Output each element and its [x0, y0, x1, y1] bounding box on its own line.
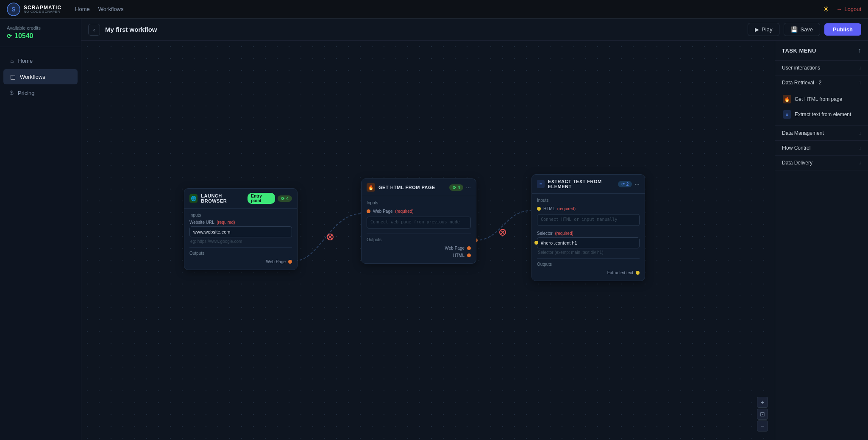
sidebar-item-home-label: Home [18, 58, 33, 64]
nav-home[interactable]: Home [75, 6, 90, 12]
get-html-task-label: Get HTML from page [795, 96, 842, 102]
play-icon: ▶ [755, 26, 759, 33]
logo-icon: S [7, 3, 20, 16]
html-input-row: HTML (required) [537, 205, 640, 212]
right-panel: TASK MENU ↑ User interactions ↓ Data Ret… [775, 41, 868, 440]
svg-line-5 [328, 235, 332, 239]
svg-point-7 [500, 229, 506, 235]
pricing-icon: $ [10, 89, 14, 96]
zoom-in-button[interactable]: + [757, 397, 768, 408]
logout-button[interactable]: → Logout [836, 6, 861, 12]
data-retrieval-items: 🔥 Get HTML from page ≡ Extract text from… [775, 90, 868, 125]
panel-section-data-retrieval: Data Retrieval - 2 ↑ 🔥 Get HTML from pag… [775, 75, 868, 126]
nav-workflows[interactable]: Workflows [98, 6, 124, 12]
back-button[interactable]: ‹ [88, 24, 100, 36]
workflow-canvas[interactable]: 🌐 LAUNCH BROWSER Entry point ⟳ 4 Inp [81, 41, 775, 440]
logo-title: SCRAPMATIC [24, 5, 61, 10]
panel-title: TASK MENU [782, 47, 816, 54]
user-interactions-header[interactable]: User interactions ↓ [775, 61, 868, 75]
count-icon: ⟳ [281, 196, 284, 201]
selector-input-wrapper [537, 237, 640, 250]
flow-control-header[interactable]: Flow Control ↓ [775, 141, 868, 155]
node-extract-text[interactable]: ≡ EXTRACT TEXT FROM ELEMENT ⟳ 2 ··· I [531, 174, 645, 281]
header-actions: ▶ Play 💾 Save Publish [748, 23, 861, 36]
data-delivery-header[interactable]: Data Delivery ↓ [775, 156, 868, 170]
node-launch-browser-header: 🌐 LAUNCH BROWSER Entry point ⟳ 4 [184, 189, 297, 209]
outputs-label: Outputs [367, 237, 471, 242]
count-value: 4 [286, 196, 289, 201]
selector-input[interactable] [537, 237, 640, 248]
task-get-html[interactable]: 🔥 Get HTML from page [779, 92, 865, 107]
get-html-task-icon: 🔥 [783, 95, 791, 103]
workflow-title: My first workflow [105, 26, 743, 33]
publish-button[interactable]: Publish [824, 23, 861, 36]
zoom-fit-button[interactable]: ⊡ [757, 409, 768, 420]
panel-section-user-interactions: User interactions ↓ [775, 61, 868, 75]
node-extract-text-header: ≡ EXTRACT TEXT FROM ELEMENT ⟳ 2 ··· [532, 175, 645, 194]
output-html: HTML [367, 252, 471, 259]
url-field-label: Website URL (required) [189, 220, 292, 225]
get-html-icon: 🔥 [367, 183, 375, 192]
web-page-input-row: Web Page (required) [367, 208, 471, 215]
node-divider [367, 234, 471, 234]
node-launch-browser[interactable]: 🌐 LAUNCH BROWSER Entry point ⟳ 4 Inp [184, 188, 298, 270]
content-area: ‹ My first workflow ▶ Play 💾 Save Publis… [81, 19, 868, 440]
workflow-header: ‹ My first workflow ▶ Play 💾 Save Publis… [81, 19, 868, 41]
panel-header: TASK MENU ↑ [775, 41, 868, 61]
panel-section-data-delivery: Data Delivery ↓ [775, 156, 868, 170]
url-input[interactable] [189, 226, 292, 237]
node-get-html-header: 🔥 GET HTML FROM PAGE ⟳ 4 ··· [362, 179, 476, 196]
svg-line-8 [501, 231, 504, 234]
inputs-label: Inputs [367, 201, 471, 205]
data-retrieval-title: Data Retrieval - 2 [782, 80, 821, 86]
home-icon: ⌂ [10, 57, 14, 64]
selector-field-label: Selector (required) [537, 231, 640, 236]
task-extract-text[interactable]: ≡ Extract text from element [779, 107, 865, 122]
inputs-label: Inputs [537, 198, 640, 203]
user-interactions-arrow: ↓ [859, 65, 861, 71]
panel-collapse-icon[interactable]: ↑ [858, 47, 861, 54]
data-delivery-title: Data Delivery [782, 160, 812, 166]
extract-text-task-icon: ≡ [783, 110, 791, 119]
svg-point-3 [327, 234, 333, 240]
get-html-menu[interactable]: ··· [466, 184, 471, 191]
web-page-connect-input[interactable]: Connect web page from previous node [367, 217, 471, 228]
sidebar-item-workflows-label: Workflows [20, 74, 45, 80]
node-get-html-badges: ⟳ 4 ··· [449, 184, 471, 191]
data-retrieval-header[interactable]: Data Retrieval - 2 ↑ [775, 75, 868, 90]
output-extracted-text: Extracted text [537, 269, 640, 276]
node-get-html-body: Inputs Web Page (required) Connect web p… [362, 196, 476, 263]
user-interactions-title: User interactions [782, 65, 820, 71]
extract-text-menu[interactable]: ··· [634, 181, 640, 187]
node-extract-text-badges: ⟳ 2 ··· [618, 181, 640, 187]
sidebar-nav: ⌂ Home ◫ Workflows $ Pricing [0, 47, 81, 440]
credits-number: 10540 [14, 32, 33, 40]
flow-control-arrow: ↓ [859, 145, 861, 151]
play-button[interactable]: ▶ Play [748, 23, 779, 36]
outputs-label: Outputs [189, 251, 292, 256]
sidebar-item-pricing-label: Pricing [18, 90, 35, 96]
selector-placeholder: Selector (exemp: main .text div h1) [537, 250, 640, 255]
node-get-html[interactable]: 🔥 GET HTML FROM PAGE ⟳ 4 ··· Inputs [361, 178, 476, 264]
logo-text: SCRAPMATIC NO CODE SCRAPER [24, 5, 61, 14]
output-dot-web-page [467, 246, 471, 250]
logo-area: S SCRAPMATIC NO CODE SCRAPER [7, 3, 61, 16]
node-divider [189, 247, 292, 248]
zoom-out-button[interactable]: − [757, 421, 768, 432]
html-connect-input[interactable]: Connect HTML or input manually [537, 214, 640, 226]
sidebar-item-workflows[interactable]: ◫ Workflows [3, 69, 78, 84]
data-management-title: Data Management [782, 130, 824, 136]
svg-line-4 [328, 235, 332, 239]
save-button[interactable]: 💾 Save [784, 23, 820, 36]
data-management-header[interactable]: Data Management ↓ [775, 126, 868, 140]
credits-value: ⟳ 10540 [7, 32, 74, 40]
sidebar-item-pricing[interactable]: $ Pricing [3, 85, 78, 100]
node-title-area: 🌐 LAUNCH BROWSER [189, 193, 248, 203]
node-launch-browser-badges: Entry point ⟳ 4 [248, 193, 292, 204]
inputs-label: Inputs [189, 213, 292, 217]
web-page-label: Web Page (required) [373, 209, 414, 214]
node-get-html-title-area: 🔥 GET HTML FROM PAGE [367, 183, 435, 192]
sidebar-item-home[interactable]: ⌂ Home [3, 53, 78, 68]
web-page-input-dot [367, 209, 370, 213]
theme-icon[interactable]: ☀ [823, 5, 829, 14]
